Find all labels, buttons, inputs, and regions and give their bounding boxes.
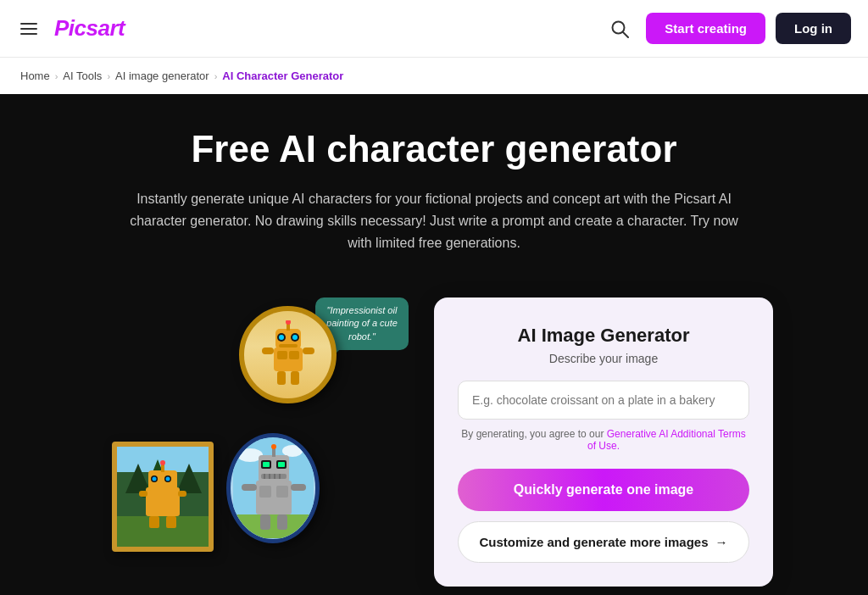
svg-point-30 <box>166 476 170 481</box>
frame-large <box>112 442 214 552</box>
customize-arrow-icon: → <box>715 535 728 549</box>
hero-section: Free AI character generator Instantly ge… <box>0 94 868 595</box>
breadcrumb-sep-3: › <box>214 71 218 81</box>
search-icon <box>610 19 629 38</box>
svg-point-8 <box>279 335 284 340</box>
svg-line-1 <box>623 32 628 37</box>
logo[interactable]: Picsart <box>54 15 125 42</box>
frame-round <box>239 306 337 403</box>
header: Picsart Start creating Log in <box>0 0 868 58</box>
header-left: Picsart <box>17 15 125 42</box>
hero-title: Free AI character generator <box>20 128 848 171</box>
breadcrumb-ai-image-generator[interactable]: AI image generator <box>115 70 209 82</box>
svg-point-29 <box>153 476 157 481</box>
svg-rect-56 <box>260 514 270 530</box>
content-row: "Impressionist oil painting of a cute ro… <box>20 289 848 595</box>
svg-point-5 <box>286 320 291 325</box>
svg-rect-22 <box>117 516 209 547</box>
breadcrumb-ai-tools[interactable]: AI Tools <box>63 70 102 82</box>
svg-rect-32 <box>178 491 186 497</box>
generator-title: AI Image Generator <box>458 325 749 347</box>
svg-rect-10 <box>279 344 298 348</box>
header-right: Start creating Log in <box>604 13 851 45</box>
svg-point-42 <box>271 444 276 449</box>
quick-generate-button[interactable]: Quickly generate one image <box>458 469 749 511</box>
svg-rect-23 <box>146 487 180 516</box>
svg-rect-14 <box>291 371 299 385</box>
robot-oval-icon <box>233 438 314 538</box>
svg-rect-31 <box>139 491 147 497</box>
breadcrumb: Home › AI Tools › AI image generator › A… <box>0 58 868 94</box>
frame-oval <box>226 433 320 543</box>
frame-large-inner <box>117 447 209 547</box>
start-creating-button[interactable]: Start creating <box>646 13 765 44</box>
svg-rect-13 <box>277 371 286 385</box>
svg-rect-55 <box>276 486 288 498</box>
svg-rect-54 <box>259 486 271 498</box>
svg-rect-57 <box>277 514 287 530</box>
svg-rect-2 <box>274 348 303 371</box>
frame-oval-inner <box>231 437 315 539</box>
svg-point-26 <box>160 460 165 465</box>
illustration-area: "Impressionist oil painting of a cute ro… <box>95 298 400 552</box>
svg-rect-45 <box>263 462 270 467</box>
login-button[interactable]: Log in <box>776 13 851 44</box>
svg-rect-12 <box>289 351 299 359</box>
frame-round-inner <box>244 311 331 398</box>
breadcrumb-home[interactable]: Home <box>20 70 50 82</box>
generator-subtitle: Describe your image <box>458 352 749 365</box>
svg-rect-11 <box>277 351 287 359</box>
customize-label: Customize and generate more images <box>479 535 708 549</box>
breadcrumb-sep-1: › <box>55 71 58 81</box>
prompt-input[interactable] <box>458 381 749 420</box>
svg-rect-15 <box>262 348 274 354</box>
svg-rect-52 <box>242 484 257 491</box>
search-button[interactable] <box>604 13 636 45</box>
robot-round-icon <box>259 320 318 388</box>
svg-rect-46 <box>278 462 285 467</box>
generator-card: AI Image Generator Describe your image B… <box>434 298 773 587</box>
hamburger-icon[interactable] <box>17 19 41 38</box>
robot-frame-large-icon <box>117 447 209 547</box>
svg-point-9 <box>292 335 298 340</box>
terms-link[interactable]: Generative AI Additional Terms of Use. <box>587 428 746 452</box>
breadcrumb-current: AI Character Generator <box>222 70 343 82</box>
svg-rect-53 <box>291 484 306 491</box>
svg-point-37 <box>282 445 303 457</box>
customize-button[interactable]: Customize and generate more images → <box>458 521 749 563</box>
svg-rect-38 <box>233 514 314 538</box>
hero-description: Instantly generate unique AI characters … <box>129 188 739 255</box>
svg-rect-33 <box>149 516 159 528</box>
svg-rect-16 <box>303 348 314 354</box>
svg-rect-34 <box>166 516 176 528</box>
terms-text: By generating, you agree to our Generati… <box>458 428 749 452</box>
breadcrumb-sep-2: › <box>107 71 110 81</box>
